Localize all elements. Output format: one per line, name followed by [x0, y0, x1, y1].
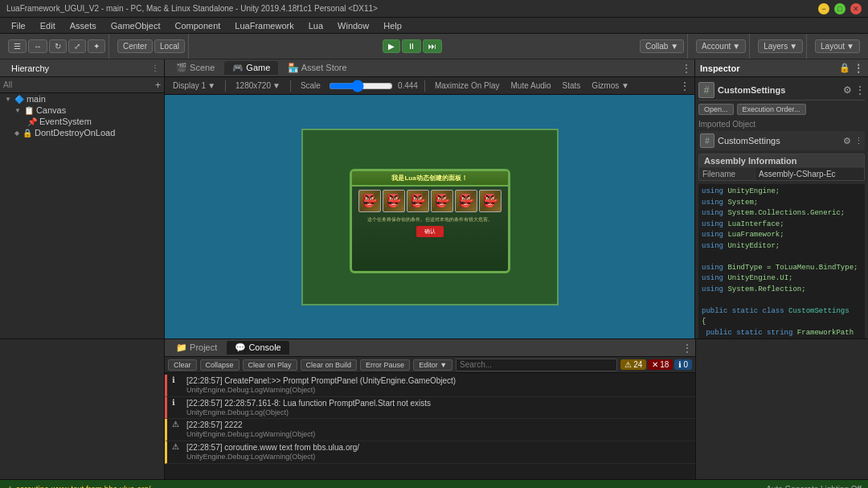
log-icon-2: ℹ [172, 398, 183, 407]
log-icon-1: ℹ [172, 375, 183, 384]
gizmos-button[interactable]: Gizmos ▼ [588, 80, 633, 91]
open-buttons-row: Open... Execution Order... [698, 104, 865, 115]
maximize-button[interactable]: □ [834, 3, 845, 14]
collab-group: Collab ▼ [637, 34, 688, 59]
rect-tool[interactable]: ✦ [88, 39, 105, 53]
collab-button[interactable]: Collab ▼ [640, 39, 684, 53]
console-toolbar: Clear Collapse Clear on Play Clear on Bu… [165, 357, 695, 373]
hierarchy-panel: Hierarchy ⋮ All + ▼ 🔷 main ▼ 📋 Canvas 📌 … [0, 59, 165, 338]
inspector-content: # CustomSettings ⚙ ⋮ Open... Execution O… [695, 77, 868, 338]
asset-gear-icon[interactable]: ⚙ [843, 84, 852, 96]
dontdestroy-icon: 🔒 [23, 129, 32, 137]
hierarchy-toolbar: All + [0, 77, 164, 93]
account-button[interactable]: Account ▼ [696, 39, 746, 53]
hierarchy-add-icon[interactable]: + [155, 80, 161, 91]
hand-tool[interactable]: ☰ [8, 39, 27, 53]
center-pivot-button[interactable]: Center [117, 39, 153, 53]
tree-item-eventsystem[interactable]: 📌 EventSystem [0, 116, 164, 127]
console-tab[interactable]: 💬 Console [227, 341, 289, 355]
info-badge[interactable]: ℹ 0 [674, 359, 692, 370]
menu-item-assets[interactable]: Assets [63, 19, 103, 32]
code-line-1: using UnityEngine; [702, 187, 862, 198]
view-tabs: 🎬 Scene 🎮 Game 🏪 Asset Store ⋮ [165, 59, 694, 77]
warn-badge[interactable]: ⚠ 24 [620, 359, 646, 370]
close-button[interactable]: ✕ [850, 3, 862, 14]
tree-item-canvas[interactable]: ▼ 📋 Canvas [0, 105, 164, 116]
inspector-lock-icon[interactable]: 🔒 [839, 63, 850, 73]
error-badge[interactable]: ✕ 18 [648, 359, 673, 370]
code-line-8: using UnityEngine.UI; [702, 273, 862, 285]
log-item-3[interactable]: ⚠ [22:28:57] 2222 UnityEngine.Debug:LogW… [165, 419, 695, 441]
imported-more-icon[interactable]: ⋮ [854, 136, 863, 146]
code-line-4: using LuaInterface; [702, 219, 862, 231]
error-pause-button[interactable]: Error Pause [360, 359, 410, 371]
project-tab[interactable]: 📁 Project [168, 341, 225, 355]
local-global-button[interactable]: Local [154, 39, 185, 53]
console-tabs: 📁 Project 💬 Console ⋮ [165, 339, 695, 357]
clear-on-build-button[interactable]: Clear on Build [301, 359, 358, 371]
console-icon: 💬 [235, 342, 246, 352]
log-item-4[interactable]: ⚠ [22:28:57] coroutine.www text from bbs… [165, 441, 695, 464]
canvas-icon: 📋 [24, 106, 34, 115]
menu-item-lua[interactable]: Lua [302, 19, 330, 32]
log-item-2[interactable]: ℹ [22:28:57] 22:28:57.161-8: Lua functio… [165, 397, 695, 420]
minimize-button[interactable]: − [818, 3, 829, 14]
resolution-selector[interactable]: 1280x720 ▼ [232, 80, 284, 91]
clear-on-play-button[interactable]: Clear on Play [243, 359, 297, 371]
stats-button[interactable]: Stats [559, 80, 584, 91]
hierarchy-options[interactable]: ⋮ [151, 64, 159, 72]
open-button[interactable]: Open... [698, 104, 734, 115]
imported-gear-icon[interactable]: ⚙ [843, 136, 851, 146]
hierarchy-tab[interactable]: Hierarchy [5, 62, 55, 75]
code-line-5: using LuaFramework; [702, 230, 862, 241]
game-tab[interactable]: 🎮 Game [224, 61, 278, 75]
display-selector[interactable]: Display 1 ▼ [170, 80, 219, 91]
menu-item-edit[interactable]: Edit [34, 19, 62, 32]
console-search-input[interactable] [456, 359, 617, 371]
layout-button[interactable]: Layout ▼ [815, 39, 860, 53]
execution-order-button[interactable]: Execution Order... [737, 104, 806, 115]
pause-button[interactable]: ⏸ [402, 39, 421, 53]
view-panel-options[interactable]: ⋮ [682, 63, 691, 74]
step-button[interactable]: ⏭ [423, 39, 442, 53]
log-item-1[interactable]: ℹ [22:28:57] CreatePanel:>> Prompt Promp… [165, 375, 695, 397]
console-panel-options[interactable]: ⋮ [682, 342, 692, 354]
move-tool[interactable]: ↔ [28, 39, 47, 53]
inspector-header: Inspector 🔒 ⋮ [695, 59, 868, 77]
editor-button[interactable]: Editor ▼ [413, 359, 452, 371]
hierarchy-all-label[interactable]: All [3, 80, 12, 89]
mute-audio-toggle[interactable]: Mute Audio [508, 80, 555, 91]
menu-item-window[interactable]: Window [331, 19, 375, 32]
dialog-text: 这个任务将保存你的条件。但这对本地的条件有很大危害。 [364, 215, 496, 225]
layout-group: Layout ▼ [812, 34, 863, 59]
collapse-button[interactable]: Collapse [200, 359, 240, 371]
game-icon-small: 🎮 [232, 63, 244, 72]
info-count: 0 [683, 360, 688, 369]
menu-item-component[interactable]: Component [168, 19, 227, 32]
inspector-maximize-icon[interactable]: ⋮ [854, 63, 863, 74]
asset-more-icon[interactable]: ⋮ [855, 84, 865, 96]
code-line-11: { [702, 317, 862, 328]
asset-store-tab[interactable]: 🏪 Asset Store [280, 61, 354, 75]
game-panel-options[interactable]: ⋮ [680, 80, 690, 92]
scale-slider[interactable] [329, 82, 393, 90]
layers-button[interactable]: Layers ▼ [758, 39, 803, 53]
scene-icon-small: 🎬 [176, 63, 187, 72]
char-sprite-2: 👺 [383, 190, 405, 212]
menu-item-file[interactable]: File [5, 19, 32, 32]
rotate-tool[interactable]: ↻ [49, 39, 67, 53]
menu-item-luaframework[interactable]: LuaFramework [228, 19, 300, 32]
tree-arrow-canvas: ▼ [14, 107, 21, 114]
scale-tool[interactable]: ⤢ [68, 39, 86, 53]
scale-value: 0.444 [398, 81, 418, 90]
tree-item-dontdestroy[interactable]: ◆ 🔒 DontDestroyOnLoad [0, 127, 164, 138]
maximize-on-play-toggle[interactable]: Maximize On Play [432, 80, 503, 91]
menu-item-help[interactable]: Help [377, 19, 408, 32]
dialog-confirm-button[interactable]: 确认 [416, 226, 444, 237]
scene-tab[interactable]: 🎬 Scene [168, 61, 223, 75]
clear-button[interactable]: Clear [168, 359, 197, 371]
bottom-area: 📁 Project 💬 Console ⋮ Clear Collapse Cle… [0, 338, 868, 479]
tree-item-main[interactable]: ▼ 🔷 main [0, 93, 164, 105]
play-button[interactable]: ▶ [383, 39, 400, 53]
menu-item-gameobject[interactable]: GameObject [104, 19, 167, 32]
